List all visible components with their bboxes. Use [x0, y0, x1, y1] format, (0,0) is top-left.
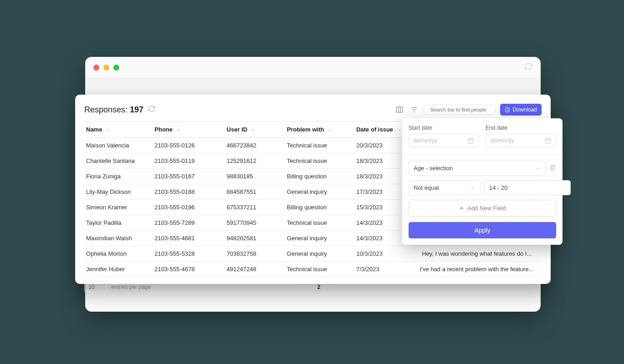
cell-date: 10/3/2023	[354, 246, 414, 262]
svg-rect-13	[546, 138, 551, 143]
start-date-input[interactable]: dd/mm/yy	[409, 134, 479, 147]
cell-problem: Technical issue	[285, 215, 354, 231]
add-new-field-button[interactable]: Add New Field	[409, 200, 556, 217]
svg-rect-0	[396, 107, 403, 112]
cell-problem: Technical issue	[285, 153, 354, 169]
header-actions: Download	[394, 104, 542, 116]
cell-problem: General inquiry	[285, 184, 354, 200]
cell-phone: 2103-555-0167	[153, 169, 225, 184]
col-header-name[interactable]: Name	[84, 121, 153, 138]
cell-message: Hey, I was wondering what features do I.…	[414, 246, 542, 262]
columns-icon[interactable]	[394, 105, 404, 115]
col-header-userid[interactable]: User ID	[225, 121, 285, 138]
filter-icon[interactable]	[409, 105, 419, 115]
chevron-down-icon	[98, 285, 102, 289]
cell-message: I've had a recent problem with the featu…	[414, 262, 542, 277]
cell-name: Maison Valencia	[84, 138, 153, 153]
cell-user_id: 703832758	[225, 246, 285, 262]
refresh-icon[interactable]	[148, 105, 155, 114]
maximize-window-dot[interactable]	[113, 65, 119, 71]
download-icon	[505, 107, 510, 112]
page-size-select[interactable]: 10	[84, 282, 107, 293]
apply-label: Apply	[474, 227, 490, 234]
cell-user_id: 884587551	[225, 184, 285, 200]
col-header-phone[interactable]: Phone	[153, 121, 225, 138]
entries-per-page-label: entries per page	[111, 284, 151, 290]
window-titlebar	[85, 57, 541, 78]
pager-page-2[interactable]: 2	[317, 284, 321, 290]
chevron-down-icon	[251, 128, 256, 132]
calendar-icon	[545, 137, 551, 144]
cell-name: Ophelia Morton	[84, 246, 153, 262]
page-size-value: 10	[88, 284, 94, 290]
cell-user_id: 591770945	[225, 215, 285, 231]
calendar-icon	[468, 137, 474, 144]
pager-next[interactable]: ›	[332, 284, 334, 290]
pager-page-1[interactable]: 1	[310, 284, 313, 290]
col-header-problem[interactable]: Problem with	[285, 121, 354, 138]
cell-phone: 2103-555-7289	[153, 215, 225, 231]
end-date-label: End date	[486, 125, 556, 131]
pager-page-3[interactable]: 3	[325, 284, 328, 290]
table-row[interactable]: Ophelia Morton2103-555-5328703832758Gene…	[84, 246, 542, 262]
chevron-down-icon	[470, 185, 476, 191]
browser-toolbar	[85, 78, 541, 94]
chevron-down-icon	[176, 128, 181, 132]
delete-filter-icon[interactable]	[549, 164, 556, 172]
cell-user_id: 125291612	[225, 153, 285, 169]
pager-prev[interactable]: ‹	[303, 284, 305, 290]
cell-name: Simeon Kramer	[84, 200, 153, 215]
responses-title-prefix: Responses:	[84, 105, 128, 114]
cell-phone: 2103-555-0126	[153, 138, 225, 153]
cell-user_id: 466723842	[225, 138, 285, 153]
cell-problem: General inquiry	[285, 246, 354, 262]
cell-phone: 2103-555-0196	[153, 200, 225, 215]
cell-name: Lily-May Dickson	[84, 184, 153, 200]
cell-phone: 2103-555-5328	[153, 246, 225, 262]
search-input[interactable]	[430, 107, 493, 112]
window-sync-icon	[524, 62, 532, 72]
filter-field-select[interactable]: Age - selection	[409, 161, 546, 176]
start-date-label: Start date	[409, 125, 479, 131]
chevron-down-icon	[327, 128, 332, 132]
filter-panel: Start date dd/mm/yy End date dd/mm/yy Ag…	[402, 118, 563, 245]
cell-phone: 2103-555-4678	[153, 262, 225, 277]
table-row[interactable]: Jennifer Huber2103-555-4678491247248Tech…	[84, 262, 542, 277]
apply-button[interactable]: Apply	[409, 222, 556, 238]
filter-operator-select[interactable]: Not equal	[409, 180, 481, 195]
cell-problem: Billing question	[285, 200, 354, 215]
svg-rect-9	[469, 138, 474, 143]
cell-user_id: 491247248	[225, 262, 285, 277]
chevron-down-icon	[535, 166, 541, 171]
cell-name: Fiona Zuniga	[84, 169, 153, 184]
pagination-row: 10 entries per page ‹123›	[84, 282, 542, 293]
cell-problem: Technical issue	[285, 138, 354, 153]
filter-value-input[interactable]	[484, 180, 571, 195]
close-window-dot[interactable]	[93, 65, 99, 71]
plus-icon	[459, 205, 465, 211]
cell-problem: General inquiry	[285, 231, 354, 246]
chevron-down-icon	[397, 128, 401, 132]
download-button[interactable]: Download	[500, 104, 542, 116]
download-label: Download	[513, 106, 537, 113]
cell-name: Maximilian Walsh	[84, 231, 153, 246]
cell-user_id: 98830185	[225, 169, 285, 184]
cell-user_id: 948202581	[225, 231, 285, 246]
filter-operator-value: Not equal	[414, 184, 439, 191]
responses-title: Responses: 197	[84, 105, 143, 115]
responses-count: 197	[130, 105, 143, 114]
minimize-window-dot[interactable]	[103, 65, 109, 71]
cell-phone: 2103-555-4681	[153, 231, 225, 246]
pager: ‹123›	[303, 284, 334, 290]
cell-problem: Billing question	[285, 169, 354, 184]
cell-date: 7/3/2023	[354, 262, 414, 277]
cell-name: Jennifer Huber	[84, 262, 153, 277]
end-date-input[interactable]: dd/mm/yy	[486, 134, 556, 147]
cell-phone: 2103-555-0188	[153, 184, 225, 200]
chevron-up-icon	[106, 128, 110, 132]
start-date-placeholder: dd/mm/yy	[414, 137, 437, 144]
filter-field-value: Age - selection	[414, 165, 453, 172]
cell-user_id: 675337211	[225, 200, 285, 215]
search-input-wrap[interactable]	[424, 105, 496, 115]
cell-name: Chantelle Santana	[84, 153, 153, 169]
